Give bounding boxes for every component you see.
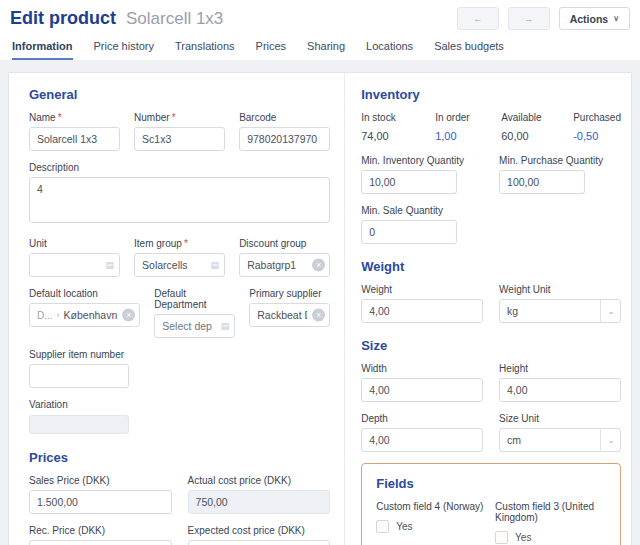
default-department-select[interactable]: ▤	[154, 314, 235, 338]
tab-price-history[interactable]: Price history	[94, 40, 155, 60]
size-unit-field: Size Unit ⌄	[499, 413, 621, 452]
previous-product-button[interactable]: ←	[457, 7, 499, 30]
name-input[interactable]	[29, 127, 120, 151]
chevron-down-icon[interactable]: ⌄	[600, 299, 621, 323]
width-input[interactable]	[361, 378, 483, 402]
required-asterisk: *	[172, 112, 176, 123]
size-unit-select[interactable]: ⌄	[499, 428, 621, 452]
custom-field-4-norway: Custom field 4 (Norway) Yes	[376, 501, 487, 544]
custom-field-label: Custom field 4 (Norway)	[376, 501, 487, 512]
clear-icon[interactable]: ×	[312, 309, 325, 322]
min-sale-qty-input[interactable]	[361, 220, 457, 244]
available-label: Available	[501, 112, 573, 123]
actions-button[interactable]: Actions ∨	[559, 7, 630, 30]
tab-prices[interactable]: Prices	[256, 40, 287, 60]
sales-price-input[interactable]	[29, 490, 172, 514]
tab-locations[interactable]: Locations	[366, 40, 413, 60]
chevron-down-icon[interactable]: ⌄	[600, 428, 621, 452]
height-field: Height	[499, 363, 621, 402]
default-location-select[interactable]: D... › København ×	[29, 303, 140, 327]
number-input[interactable]	[134, 127, 225, 151]
stat-in-stock: In stock 74,00	[361, 112, 435, 142]
next-product-button[interactable]: →	[508, 7, 550, 30]
default-department-label: Default Department	[154, 288, 235, 310]
discount-group-select[interactable]: ×	[239, 253, 330, 277]
checkbox-label: Yes	[515, 532, 531, 543]
actual-cost-price-input	[188, 490, 331, 514]
item-group-select[interactable]: ▤	[134, 253, 225, 277]
available-value: 60,00	[501, 130, 573, 142]
min-purchase-qty-input[interactable]	[499, 170, 585, 194]
content-card: General Name* Number* Barcode Descriptio…	[8, 72, 632, 545]
min-purchase-qty-field: Min. Purchase Quantity	[499, 155, 621, 194]
left-column: General Name* Number* Barcode Descriptio…	[9, 73, 345, 545]
primary-supplier-label: Primary supplier	[249, 288, 330, 299]
width-field: Width	[361, 363, 483, 402]
list-picker-icon[interactable]: ▤	[106, 260, 115, 270]
custom-fields-grid: Custom field 4 (Norway) Yes Custom field…	[376, 501, 606, 545]
barcode-label: Barcode	[239, 112, 330, 123]
expected-cost-price-input[interactable]	[188, 540, 331, 545]
prices-section-heading: Prices	[29, 450, 330, 465]
weight-row: Weight Weight Unit ⌄	[361, 284, 621, 323]
weight-unit-label: Weight Unit	[499, 284, 621, 295]
sales-price-field: Sales Price (DKK)	[29, 475, 172, 514]
list-picker-icon[interactable]: ▤	[211, 260, 220, 270]
purchased-value[interactable]: -0,50	[573, 130, 621, 142]
min-inventory-qty-input[interactable]	[361, 170, 457, 194]
variation-input	[29, 415, 129, 434]
actual-cost-price-field: Actual cost price (DKK)	[188, 475, 331, 514]
custom-fields-box: Fields Custom field 4 (Norway) Yes Custo…	[361, 463, 621, 545]
tab-information[interactable]: Information	[12, 40, 73, 60]
inventory-stats: In stock 74,00 In order 1,00 Available 6…	[361, 112, 621, 142]
tab-bar: Information Price history Translations P…	[0, 30, 640, 60]
weight-unit-select[interactable]: ⌄	[499, 299, 621, 323]
location-name: København	[64, 309, 118, 321]
name-field: Name*	[29, 112, 120, 151]
depth-input[interactable]	[361, 428, 483, 452]
clear-icon[interactable]: ×	[312, 259, 325, 272]
inventory-section-heading: Inventory	[361, 87, 621, 102]
custom-field-4-checkbox[interactable]	[376, 520, 389, 533]
rec-price-field: Rec. Price (DKK)	[29, 525, 172, 545]
header-actions: ← → Actions ∨	[457, 7, 630, 30]
required-asterisk: *	[58, 112, 62, 123]
number-field: Number*	[134, 112, 225, 151]
tab-sales-budgets[interactable]: Sales budgets	[434, 40, 504, 60]
supplier-item-number-input[interactable]	[29, 364, 129, 388]
barcode-input[interactable]	[239, 127, 330, 151]
description-field: Description 4	[29, 162, 330, 227]
rec-price-input[interactable]	[29, 540, 172, 545]
primary-supplier-select[interactable]: ×	[249, 303, 330, 327]
item-group-label: Item group	[134, 238, 182, 249]
prices-row-1: Sales Price (DKK) Actual cost price (DKK…	[29, 475, 330, 514]
right-column: Inventory In stock 74,00 In order 1,00 A…	[345, 73, 631, 545]
weight-section-heading: Weight	[361, 259, 621, 274]
size-unit-label: Size Unit	[499, 413, 621, 424]
height-input[interactable]	[499, 378, 621, 402]
arrow-left-icon: ←	[473, 14, 482, 24]
tab-translations[interactable]: Translations	[175, 40, 235, 60]
discount-group-field: Discount group ×	[239, 238, 330, 277]
purchased-label: Purchased	[573, 112, 621, 123]
rec-price-label: Rec. Price (DKK)	[29, 525, 172, 536]
actual-cost-price-label: Actual cost price (DKK)	[188, 475, 331, 486]
tab-sharing[interactable]: Sharing	[307, 40, 345, 60]
min-inventory-qty-label: Min. Inventory Quantity	[361, 155, 483, 166]
required-asterisk: *	[184, 238, 188, 249]
page-header: Edit product Solarcell 1x3 ← → Actions ∨	[0, 0, 640, 30]
custom-field-label: Custom field 3 (United Kingdom)	[495, 501, 606, 523]
min-sale-qty-label: Min. Sale Quantity	[361, 205, 621, 216]
custom-field-3-checkbox[interactable]	[495, 531, 508, 544]
default-department-field: Default Department ▤	[154, 288, 235, 338]
description-textarea[interactable]: 4	[29, 177, 330, 223]
list-picker-icon[interactable]: ▤	[221, 321, 230, 331]
arrow-right-icon: →	[524, 14, 533, 24]
unit-select[interactable]: ▤	[29, 253, 120, 277]
weight-input[interactable]	[361, 299, 483, 323]
clear-icon[interactable]: ×	[122, 309, 135, 322]
actions-button-label: Actions	[570, 13, 609, 25]
in-stock-label: In stock	[361, 112, 435, 123]
general-section-heading: General	[29, 87, 330, 102]
in-order-value[interactable]: 1,00	[435, 130, 501, 142]
